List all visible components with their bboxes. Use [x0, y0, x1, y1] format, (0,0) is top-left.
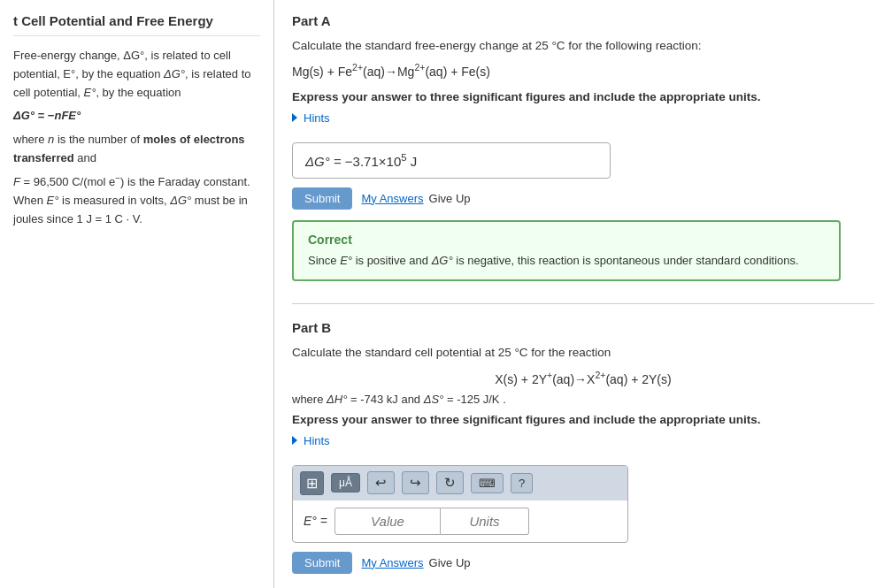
- part-b-toolbar: ⊞ μÅ ↩ ↪ ↻ ⌨ ?: [293, 466, 627, 500]
- part-b-question: Calculate the standard cell potential at…: [292, 344, 874, 362]
- part-a-submit-button[interactable]: Submit: [292, 187, 352, 210]
- part-b-submit-button[interactable]: Submit: [292, 552, 352, 574]
- sidebar-title: t Cell Potential and Free Energy: [13, 13, 260, 36]
- part-a-question: Calculate the standard free-energy chang…: [292, 37, 874, 55]
- part-b-units-input[interactable]: [441, 508, 529, 535]
- part-a-actions: Submit My Answers Give Up: [292, 187, 874, 210]
- part-b-field-label: E° =: [304, 514, 327, 528]
- part-b-instruction: Express your answer to three significant…: [292, 413, 874, 426]
- keyboard-icon: ⌨: [479, 477, 496, 490]
- symbol-icon: μÅ: [339, 477, 352, 489]
- part-a-hints-label: Hints: [304, 111, 330, 125]
- part-b-fields: E° =: [293, 500, 627, 542]
- main-content: Part A Calculate the standard free-energ…: [274, 0, 892, 588]
- part-a-instruction: Express your answer to three significant…: [292, 90, 874, 103]
- part-b-question-text: Calculate the standard cell potential at…: [292, 346, 611, 359]
- part-b-input-area: ⊞ μÅ ↩ ↪ ↻ ⌨ ?: [292, 465, 628, 543]
- part-a-give-up-label: Give Up: [429, 192, 471, 205]
- part-a-reaction: Mg(s) + Fe2+(aq)→Mg2+(aq) + Fe(s): [292, 60, 874, 81]
- part-b-hints-link[interactable]: Hints: [292, 434, 330, 447]
- sidebar: t Cell Potential and Free Energy Free-en…: [0, 0, 274, 588]
- part-a-correct-title: Correct: [308, 233, 825, 247]
- sidebar-content: Free-energy change, ΔG°, is related to c…: [13, 47, 260, 229]
- toolbar-template-btn[interactable]: ⊞: [300, 471, 324, 495]
- part-a-label: Part A: [292, 13, 874, 28]
- toolbar-redo-btn[interactable]: ↪: [402, 471, 429, 494]
- part-b-hints-arrow-icon: [292, 436, 297, 445]
- part-b-section: Part B Calculate the standard cell poten…: [292, 320, 874, 573]
- redo-icon: ↪: [410, 475, 421, 490]
- part-a-correct-box: Correct Since E° is positive and ΔG° is …: [292, 220, 841, 282]
- part-b-actions: Submit My Answers Give Up: [292, 552, 874, 574]
- part-b-hints-label: Hints: [304, 434, 330, 447]
- part-a-hints-link[interactable]: Hints: [292, 111, 330, 125]
- part-b-my-answers-link[interactable]: My Answers: [361, 556, 423, 569]
- toolbar-help-btn[interactable]: ?: [511, 473, 533, 493]
- sidebar-where-n: where n is the number of moles of electr…: [13, 133, 245, 164]
- toolbar-keyboard-btn[interactable]: ⌨: [471, 473, 504, 493]
- toolbar-symbol-btn[interactable]: μÅ: [331, 473, 360, 493]
- help-icon: ?: [519, 477, 525, 490]
- part-a-answer-box: ΔG° = −3.71×105 J: [292, 142, 611, 179]
- part-a-answer-text: ΔG° = −3.71×105 J: [305, 154, 417, 169]
- section-divider: [292, 303, 874, 304]
- part-b-where: where ΔH° = -743 kJ and ΔS° = -125 J/K .: [292, 393, 874, 406]
- undo-icon: ↩: [375, 475, 387, 490]
- part-a-question-text: Calculate the standard free-energy chang…: [292, 39, 701, 52]
- reset-icon: ↻: [444, 475, 456, 490]
- part-b-value-input[interactable]: [334, 508, 441, 535]
- part-b-reaction: X(s) + 2Y+(aq)→X2+(aq) + 2Y(s): [292, 370, 874, 386]
- hints-arrow-icon: [292, 113, 297, 122]
- toolbar-undo-btn[interactable]: ↩: [367, 471, 395, 494]
- part-a-correct-text: Since E° is positive and ΔG° is negative…: [308, 252, 825, 270]
- sidebar-equation: ΔG° = −nFE°: [13, 109, 81, 122]
- part-b-label: Part B: [292, 320, 874, 335]
- toolbar-reset-btn[interactable]: ↻: [436, 471, 464, 494]
- part-a-section: Part A Calculate the standard free-energ…: [292, 13, 874, 281]
- part-b-give-up-label: Give Up: [429, 556, 471, 569]
- sidebar-faraday: F = 96,500 C/(mol e−) is the Faraday con…: [13, 175, 250, 225]
- part-a-my-answers-link[interactable]: My Answers: [361, 192, 423, 205]
- template-icon: ⊞: [306, 475, 318, 492]
